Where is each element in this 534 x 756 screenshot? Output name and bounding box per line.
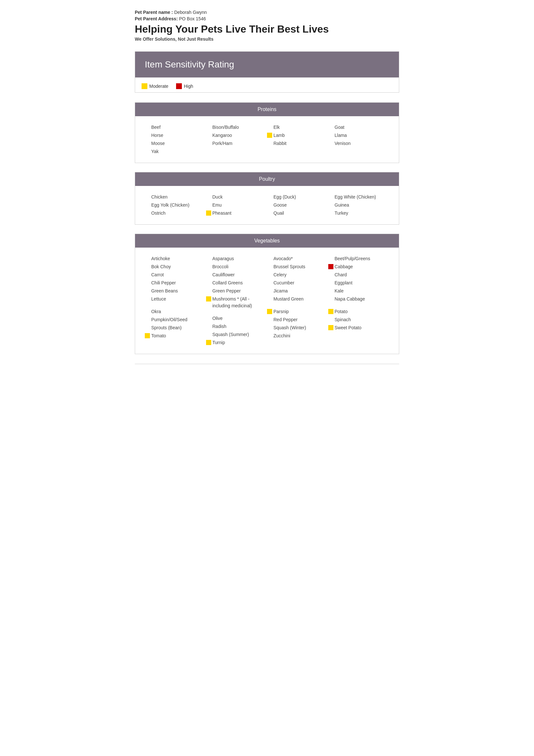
list-item: Chili Pepper — [145, 280, 206, 286]
item-label: Red Pepper — [273, 316, 298, 323]
column: BeefHorseMooseYak — [145, 123, 206, 156]
item-label: Napa Cabbage — [335, 296, 365, 303]
list-item: Parsnip — [267, 308, 328, 315]
list-item: Rabbit — [267, 140, 328, 147]
list-item: Mustard Green — [267, 296, 328, 303]
list-item: Pork/Ham — [206, 140, 267, 147]
moderate-label: Moderate — [149, 84, 168, 89]
item-label: Sprouts (Bean) — [151, 324, 182, 331]
column: DuckEmuPheasant — [206, 192, 267, 218]
section-content: ArtichokeBok ChoyCarrotChili PepperGreen… — [135, 248, 399, 354]
column: Bison/BuffaloKangarooPork/Ham — [206, 123, 267, 156]
no-indicator — [267, 288, 272, 293]
yellow-indicator-icon — [267, 309, 272, 314]
item-label: Collard Greens — [213, 280, 243, 286]
pet-parent-label: Pet Parent name : — [135, 10, 173, 15]
sensitivity-card: Item Sensitivity Rating Moderate High — [135, 51, 399, 93]
yellow-indicator-icon — [206, 210, 211, 216]
no-indicator — [206, 133, 211, 138]
column: Egg (Duck)GooseQuail — [267, 192, 328, 218]
item-label: Cabbage — [335, 263, 353, 270]
legend-high: High — [176, 83, 193, 89]
sensitivity-header: Item Sensitivity Rating — [135, 52, 399, 77]
list-item: Lamb — [267, 132, 328, 139]
no-indicator — [206, 316, 211, 321]
list-item: Mushrooms * (All - including medicinal) — [206, 296, 267, 309]
section-header: Poultry — [135, 173, 399, 186]
column: GoatLlamaVenison — [328, 123, 390, 156]
yellow-indicator-icon — [206, 296, 211, 302]
list-item: Bok Choy — [145, 263, 206, 270]
item-label: Yak — [151, 148, 159, 155]
no-indicator — [328, 280, 333, 285]
list-item: Spinach — [328, 316, 390, 323]
no-indicator — [328, 133, 333, 138]
list-item: Brussel Sprouts — [267, 263, 328, 270]
item-label: Green Pepper — [213, 287, 241, 294]
item-label: Avocado* — [273, 255, 293, 262]
list-item: Zucchini — [267, 333, 328, 339]
items-grid: ChickenEgg Yolk (Chicken)OstrichDuckEmuP… — [145, 192, 389, 218]
list-item: Eggplant — [328, 280, 390, 286]
item-label: Lettuce — [151, 296, 166, 303]
list-item: Squash (Winter) — [267, 324, 328, 331]
list-item: Collard Greens — [206, 280, 267, 286]
item-label: Bison/Buffalo — [213, 124, 239, 131]
no-indicator — [145, 210, 150, 216]
item-label: Turnip — [213, 339, 225, 346]
no-indicator — [145, 325, 150, 330]
item-label: Turkey — [335, 210, 348, 217]
section-card: PoultryChickenEgg Yolk (Chicken)OstrichD… — [135, 172, 399, 225]
list-item: Pheasant — [206, 210, 267, 217]
no-indicator — [328, 124, 333, 130]
list-item: Venison — [328, 140, 390, 147]
list-item: Goat — [328, 124, 390, 131]
section-header: Proteins — [135, 103, 399, 116]
list-item: Ostrich — [145, 210, 206, 217]
yellow-indicator-icon — [145, 333, 150, 338]
address-value: PO Box 1546 — [179, 16, 206, 21]
item-label: Green Beans — [151, 287, 178, 294]
list-item: Duck — [206, 194, 267, 201]
list-item: Artichoke — [145, 255, 206, 262]
red-indicator-icon — [328, 264, 333, 269]
list-item: Quail — [267, 210, 328, 217]
list-item: Celery — [267, 271, 328, 278]
item-label: Guinea — [335, 202, 349, 208]
section-content: ChickenEgg Yolk (Chicken)OstrichDuckEmuP… — [135, 186, 399, 224]
no-indicator — [145, 272, 150, 277]
list-item: Carrot — [145, 271, 206, 278]
list-item: Radish — [206, 323, 267, 330]
list-item: Squash (Summer) — [206, 331, 267, 338]
column: Egg White (Chicken)GuineaTurkey — [328, 192, 390, 218]
no-indicator — [267, 141, 272, 146]
no-indicator — [328, 272, 333, 277]
column: AsparagusBroccoliCauliflowerCollard Gree… — [206, 254, 267, 347]
list-item: Cabbage — [328, 263, 390, 270]
page-title: Helping Your Pets Live Their Best Lives — [135, 23, 399, 35]
item-label: Jicama — [273, 287, 288, 294]
item-label: Radish — [213, 323, 227, 330]
high-icon — [176, 83, 182, 89]
no-indicator — [145, 141, 150, 146]
list-item: Chicken — [145, 194, 206, 201]
no-indicator — [267, 280, 272, 285]
list-item: Kale — [328, 287, 390, 294]
list-item: Okra — [145, 308, 206, 315]
no-indicator — [267, 256, 272, 261]
no-indicator — [145, 202, 150, 207]
item-label: Egg Yolk (Chicken) — [151, 202, 189, 208]
no-indicator — [145, 124, 150, 130]
item-label: Quail — [273, 210, 284, 217]
list-item: Guinea — [328, 202, 390, 208]
list-item: Beet/Pulp/Greens — [328, 255, 390, 262]
column: ArtichokeBok ChoyCarrotChili PepperGreen… — [145, 254, 206, 347]
item-label: Rabbit — [273, 140, 286, 147]
no-indicator — [206, 288, 211, 293]
moderate-icon — [141, 83, 147, 89]
address-info: Pet Parent Address: PO Box 1546 — [135, 16, 399, 21]
list-item: Horse — [145, 132, 206, 139]
item-label: Squash (Summer) — [213, 331, 249, 338]
list-item: Red Pepper — [267, 316, 328, 323]
item-label: Egg White (Chicken) — [335, 194, 376, 201]
